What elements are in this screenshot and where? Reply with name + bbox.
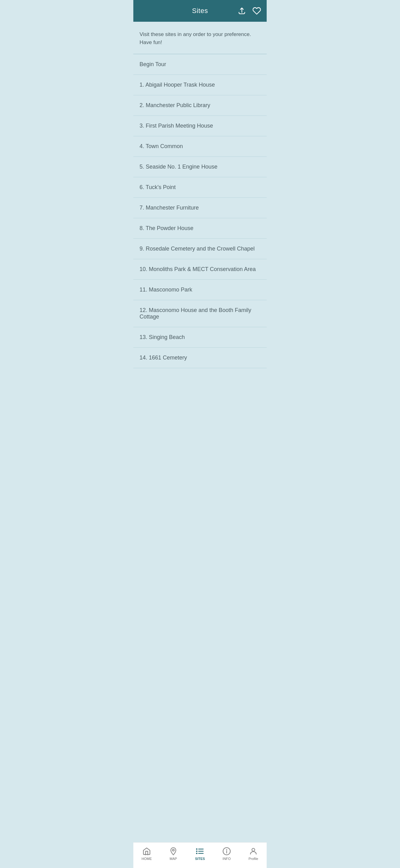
site-label: 1. Abigail Hooper Trask House [139, 82, 215, 88]
profile-nav-label: Profile [248, 857, 258, 861]
site-label: 8. The Powder House [139, 225, 194, 231]
site-item[interactable]: 11. Masconomo Park [133, 280, 267, 300]
header-actions [237, 6, 262, 16]
nav-item-map[interactable]: MAP [160, 846, 187, 862]
nav-item-home[interactable]: HOME [133, 846, 160, 862]
heart-icon[interactable] [252, 6, 262, 16]
site-label: 14. 1661 Cemetery [139, 354, 187, 361]
sites-list: Begin Tour1. Abigail Hooper Trask House2… [133, 54, 267, 368]
site-item[interactable]: 2. Manchester Public Library [133, 95, 267, 116]
map-nav-label: MAP [170, 857, 177, 861]
site-item[interactable]: 10. Monoliths Park & MECT Conservation A… [133, 259, 267, 280]
profile-nav-icon [249, 847, 258, 856]
site-label: 5. Seaside No. 1 Engine House [139, 164, 218, 170]
svg-point-1 [172, 849, 174, 851]
site-item[interactable]: 14. 1661 Cemetery [133, 348, 267, 368]
intro-section: Visit these sites in any order to your p… [133, 22, 267, 54]
header-title: Sites [192, 7, 208, 15]
svg-point-6 [196, 851, 197, 851]
site-item[interactable]: 7. Manchester Furniture [133, 198, 267, 218]
site-item[interactable]: 5. Seaside No. 1 Engine House [133, 157, 267, 177]
info-nav-icon [222, 847, 231, 856]
svg-point-5 [196, 849, 197, 849]
map-nav-icon [169, 847, 178, 856]
nav-item-sites[interactable]: SITES [187, 846, 213, 862]
site-label: 10. Monoliths Park & MECT Conservation A… [139, 266, 256, 272]
site-item[interactable]: 12. Masconomo House and the Booth Family… [133, 300, 267, 327]
site-item[interactable]: 9. Rosedale Cemetery and the Crowell Cha… [133, 239, 267, 259]
site-label: 7. Manchester Furniture [139, 205, 199, 211]
site-label: 3. First Parish Meeting House [139, 123, 213, 129]
nav-item-profile[interactable]: Profile [240, 846, 267, 862]
bottom-nav: HOME MAP SITES INFO Profile [133, 842, 267, 868]
site-label: Begin Tour [139, 61, 166, 67]
site-label: 4. Town Common [139, 143, 183, 149]
site-label: 13. Singing Beach [139, 334, 185, 340]
content-wrapper: Visit these sites in any order to your p… [133, 22, 267, 396]
home-nav-icon [142, 847, 151, 856]
share-icon[interactable] [237, 6, 247, 16]
site-label: 9. Rosedale Cemetery and the Crowell Cha… [139, 246, 255, 252]
site-item[interactable]: 3. First Parish Meeting House [133, 116, 267, 136]
site-item[interactable]: 6. Tuck's Point [133, 177, 267, 198]
intro-text: Visit these sites in any order to your p… [139, 30, 261, 46]
site-label: 11. Masconomo Park [139, 286, 192, 293]
sites-nav-label: SITES [195, 857, 205, 861]
site-item[interactable]: Begin Tour [133, 54, 267, 75]
site-label: 2. Manchester Public Library [139, 102, 210, 108]
site-item[interactable]: 13. Singing Beach [133, 327, 267, 348]
home-nav-label: HOME [142, 857, 152, 861]
svg-point-7 [196, 853, 197, 854]
site-label: 6. Tuck's Point [139, 184, 176, 190]
site-item[interactable]: 1. Abigail Hooper Trask House [133, 75, 267, 95]
info-nav-label: INFO [223, 857, 231, 861]
site-label: 12. Masconomo House and the Booth Family… [139, 307, 251, 320]
svg-point-11 [252, 848, 255, 851]
nav-item-info[interactable]: INFO [213, 846, 240, 862]
site-item[interactable]: 8. The Powder House [133, 218, 267, 239]
site-item[interactable]: 4. Town Common [133, 136, 267, 157]
header: Sites [133, 0, 267, 22]
sites-nav-icon [196, 847, 204, 856]
